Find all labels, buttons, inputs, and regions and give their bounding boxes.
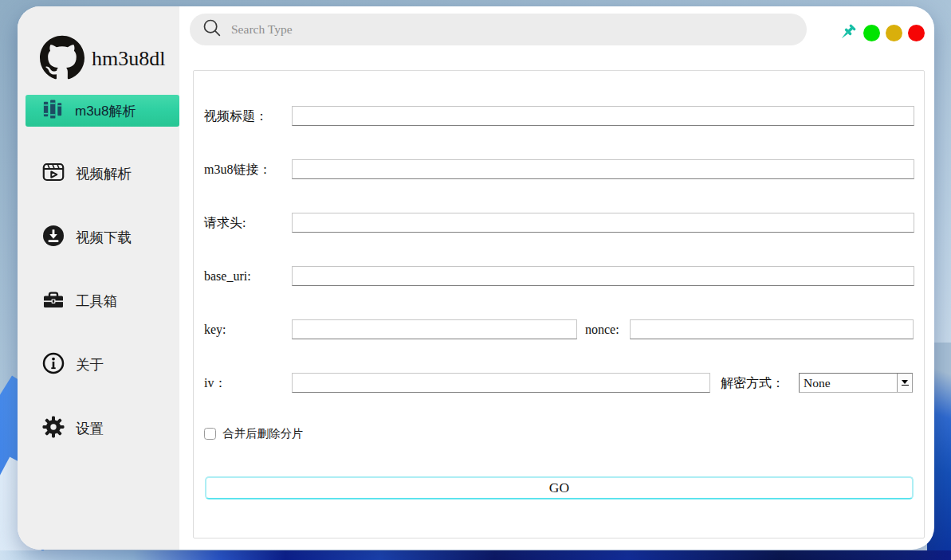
search-bar[interactable] <box>190 14 807 45</box>
m3u8-link-input[interactable] <box>292 159 914 179</box>
request-header-label: 请求头: <box>204 213 246 233</box>
search-icon <box>201 17 223 42</box>
window-controls <box>837 23 925 42</box>
m3u8-parse-form: 视频标题： m3u8链接： 请求头: base_uri: key: nonce:… <box>193 70 925 538</box>
chevron-down-icon <box>902 380 908 384</box>
pin-icon[interactable] <box>837 22 858 43</box>
decrypt-method-select[interactable]: None <box>799 373 913 393</box>
delete-after-merge-checkbox[interactable] <box>204 428 216 440</box>
sidebar-item-label: 视频下载 <box>76 228 132 247</box>
delete-after-merge-label: 合并后删除分片 <box>222 426 304 441</box>
sidebar-item-label: m3u8解析 <box>75 102 136 120</box>
sidebar-item-video-parse[interactable]: 视频解析 <box>18 158 179 190</box>
download-circle-icon <box>41 224 65 251</box>
github-octocat-icon <box>40 35 84 83</box>
minimize-dot-icon[interactable] <box>863 25 880 41</box>
sidebar-item-about[interactable]: 关于 <box>18 349 179 381</box>
search-input[interactable] <box>230 17 807 42</box>
video-title-input[interactable] <box>292 106 914 126</box>
info-icon <box>41 351 65 378</box>
close-dot-icon[interactable] <box>908 25 925 41</box>
sidebar-item-label: 关于 <box>76 355 104 374</box>
app-logo-row: hm3u8dl <box>40 35 165 83</box>
decrypt-method-label: 解密方式： <box>721 373 784 393</box>
decrypt-method-value: None <box>800 376 897 390</box>
delete-after-merge-row[interactable]: 合并后删除分片 <box>204 426 304 441</box>
maximize-dot-icon[interactable] <box>886 25 902 41</box>
sidebar-item-label: 工具箱 <box>76 292 118 311</box>
sidebar-item-toolbox[interactable]: 工具箱 <box>18 285 179 317</box>
key-label: key: <box>204 319 226 339</box>
toolbox-icon <box>41 288 65 315</box>
iv-input[interactable] <box>292 373 710 393</box>
desktop: { "window": { "app_title": "hm3u8dl", "c… <box>0 0 951 560</box>
nonce-label: nonce: <box>585 319 619 339</box>
iv-label: iv： <box>204 373 226 393</box>
gear-icon <box>41 415 65 442</box>
base-uri-label: base_uri: <box>204 266 251 286</box>
key-input[interactable] <box>292 319 577 339</box>
go-button[interactable]: GO <box>205 476 914 499</box>
sidebar-item-label: 视频解析 <box>76 164 132 183</box>
sidebar: hm3u8dl <box>18 6 179 550</box>
sidebar-item-m3u8-parse[interactable]: m3u8解析 <box>26 95 179 127</box>
video-title-label: 视频标题： <box>204 106 268 126</box>
video-clip-icon <box>41 160 65 187</box>
sidebar-item-settings[interactable]: 设置 <box>18 413 179 444</box>
app-window: hm3u8dl <box>18 6 934 550</box>
combo-underline <box>902 385 909 386</box>
m3u8-link-label: m3u8链接： <box>204 159 271 179</box>
sidebar-item-label: 设置 <box>76 419 104 438</box>
combo-dropdown-button[interactable] <box>897 374 912 392</box>
base-uri-input[interactable] <box>292 266 914 286</box>
request-header-input[interactable] <box>292 213 914 233</box>
nonce-input[interactable] <box>630 319 914 339</box>
wallpaper-horizon-band <box>0 550 951 560</box>
app-title: hm3u8dl <box>92 47 165 71</box>
sidebar-item-video-download[interactable]: 视频下载 <box>18 221 179 253</box>
library-books-icon <box>41 98 65 124</box>
